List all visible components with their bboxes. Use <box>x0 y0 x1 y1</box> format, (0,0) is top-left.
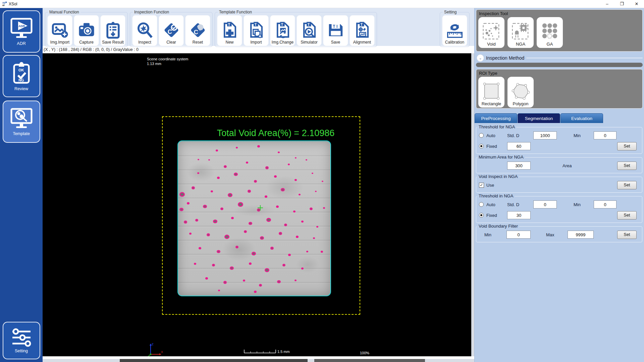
tab-segmentation[interactable]: Segmentation <box>518 113 560 123</box>
void-blob <box>301 267 304 269</box>
image-canvas[interactable]: Scene coordinate system 1.13 mm Total Vo… <box>43 53 474 356</box>
minimize-button[interactable]: – <box>600 0 614 8</box>
min-area-input[interactable] <box>507 162 531 170</box>
template-simulator-icon: T <box>300 21 318 39</box>
min-label: Min <box>574 202 594 207</box>
chevron-down-icon[interactable]: ⌄ <box>477 54 484 62</box>
void-blob <box>306 159 307 161</box>
reset-button[interactable]: C Reset <box>185 15 210 46</box>
save-result-button[interactable]: Save Result <box>100 15 125 46</box>
horizontal-scrollbar-thumb[interactable] <box>120 359 308 362</box>
void-tool-button[interactable]: Void <box>478 17 504 48</box>
ruler-ticks-icon <box>244 349 276 354</box>
boundary-min-input[interactable] <box>506 231 531 239</box>
void-blob <box>295 157 297 159</box>
button-label: Calibration <box>445 40 464 45</box>
auto-radio[interactable] <box>479 133 484 138</box>
sidebar-item-adr[interactable]: ADR ADR <box>3 10 40 53</box>
auto-label: Auto <box>486 133 507 138</box>
area-label: Area <box>562 163 572 168</box>
calibration-button[interactable]: Calibration <box>442 15 467 46</box>
horizontal-scrollbar[interactable] <box>43 359 474 362</box>
sidebar-item-setting[interactable]: Setting <box>3 322 40 359</box>
min-label: Min <box>484 232 506 237</box>
void-blob <box>312 173 313 174</box>
group-title: Setting <box>443 10 458 14</box>
inspection-method-header[interactable]: ⌄ Inspection Method <box>477 54 643 62</box>
min-value-input[interactable] <box>594 131 616 139</box>
void-blob <box>213 220 217 223</box>
inspect-button[interactable]: Inspect <box>132 15 157 46</box>
parameter-tabs: PreProcessing Segmentation Evaluation <box>475 113 644 123</box>
template-import-button[interactable]: T Import <box>244 15 269 46</box>
img-import-button[interactable]: Img.Import <box>47 15 72 46</box>
horizontal-scrollbar-thumb-secondary[interactable] <box>314 359 425 362</box>
sidebar-item-label: Setting <box>15 349 28 353</box>
svg-text:T: T <box>254 22 257 26</box>
roi-rectangle-button[interactable]: Rectangle <box>478 77 504 108</box>
vertical-scrollbar[interactable] <box>471 53 474 356</box>
svg-text:ADR: ADR <box>18 24 25 28</box>
set-button[interactable]: Set <box>617 142 637 150</box>
nga-tool-button[interactable]: NGA <box>507 17 534 48</box>
std-value-input[interactable] <box>533 131 557 139</box>
adr-monitor-icon: ADR <box>9 17 34 40</box>
void-blob <box>189 233 192 235</box>
tab-evaluation[interactable]: Evaluation <box>560 113 603 123</box>
group-title: Inspection Tool <box>479 11 640 16</box>
void-blob <box>282 264 285 266</box>
void-blob <box>217 250 220 253</box>
template-save-button[interactable]: T I Save <box>323 15 348 46</box>
scale-ruler: 1.5 mm <box>244 349 290 354</box>
void-blob <box>254 291 257 293</box>
sidebar-item-review[interactable]: OK NG Review <box>3 55 40 97</box>
fixed-radio[interactable] <box>479 213 484 218</box>
set-button[interactable]: Set <box>617 231 637 239</box>
ga-tool-button[interactable]: GA <box>537 17 563 48</box>
camera-icon <box>77 21 96 39</box>
clear-button[interactable]: C Clear <box>159 15 184 46</box>
group-title: Inspection Function <box>133 10 170 14</box>
void-blob <box>199 247 201 249</box>
template-simulator-button[interactable]: T Simulator <box>297 15 322 46</box>
close-button[interactable]: ✕ <box>629 0 644 8</box>
template-alignment-button[interactable]: T Alignment <box>350 15 375 46</box>
tab-preprocessing[interactable]: PreProcessing <box>475 113 517 123</box>
group-title: Template Function <box>218 10 253 14</box>
capture-button[interactable]: Capture <box>74 15 99 46</box>
set-button[interactable]: Set <box>617 162 637 170</box>
use-checkbox[interactable]: ✓ <box>479 183 484 188</box>
minimum-area-group: Minimum Area for NGA Area Set <box>476 157 642 173</box>
void-blob <box>212 264 215 266</box>
roi-polygon-button[interactable]: Polygon <box>507 77 534 108</box>
fixed-label: Fixed <box>486 144 507 149</box>
svg-text:X: X <box>161 350 163 354</box>
set-button[interactable]: Set <box>617 211 637 220</box>
set-button[interactable]: Set <box>617 181 637 189</box>
template-img-change-button[interactable]: T Img.Change <box>270 15 295 46</box>
void-blob <box>277 280 281 283</box>
template-new-button[interactable]: T New <box>217 15 242 46</box>
sidebar-item-template[interactable]: Template <box>3 101 40 143</box>
fixed-radio[interactable] <box>479 144 484 148</box>
template-monitor-icon <box>9 108 34 130</box>
fixed-value-input[interactable] <box>507 142 531 150</box>
template-alignment-icon: T <box>353 21 371 39</box>
void-blob <box>230 266 234 270</box>
void-blob <box>299 194 301 195</box>
right-panel: Inspection Tool Void <box>474 8 644 362</box>
auto-radio[interactable] <box>479 202 484 207</box>
min-value-input[interactable] <box>594 200 616 208</box>
void-blob <box>265 268 269 272</box>
restore-button[interactable]: ❐ <box>614 0 629 8</box>
parameter-area: Threshold for NGA Auto Std. D Min Fixed … <box>475 123 644 242</box>
button-label: Save Result <box>102 40 124 45</box>
boundary-max-input[interactable] <box>568 231 594 239</box>
fixed-value-input[interactable] <box>507 211 531 219</box>
button-label: Img.Change <box>272 40 293 45</box>
group-title: Threshold for NGA <box>477 124 516 129</box>
void-blob <box>187 202 190 204</box>
std-value-input[interactable] <box>533 200 557 208</box>
void-blob <box>208 159 210 161</box>
toolbar-group-setting: Setting Calibration <box>440 12 470 47</box>
